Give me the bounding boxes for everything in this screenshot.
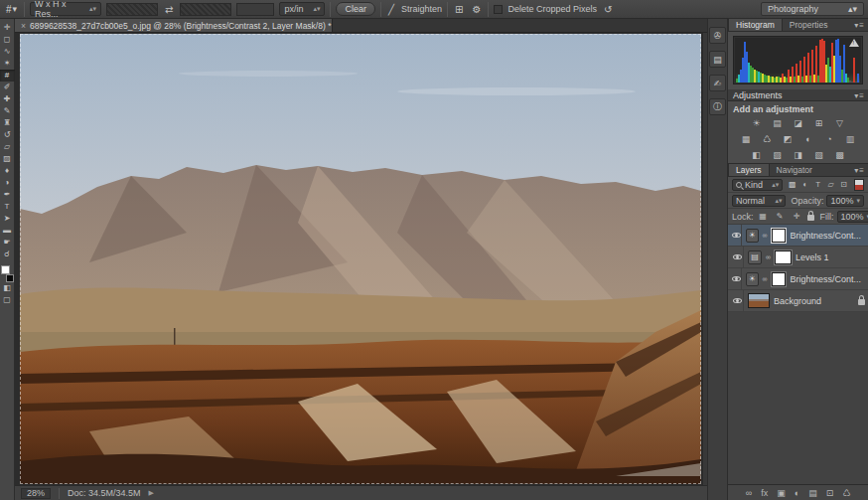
- lock-pixels-icon[interactable]: ✎: [774, 211, 787, 223]
- background-color-swatch[interactable]: [6, 274, 14, 282]
- layer-row[interactable]: Background: [728, 290, 868, 312]
- crop-tool[interactable]: #: [0, 70, 15, 82]
- hand-tool[interactable]: ☛: [0, 237, 15, 249]
- layer-visibility-toggle[interactable]: [731, 247, 744, 267]
- crop-height-field[interactable]: [180, 3, 231, 16]
- adjustment-gradient-map-icon[interactable]: ▩: [832, 149, 847, 161]
- layer-visibility-toggle[interactable]: [731, 268, 742, 289]
- adjustment-channel-mixer-icon[interactable]: ◔: [822, 133, 837, 145]
- clear-button[interactable]: Clear: [336, 2, 375, 16]
- add-layer-mask-icon[interactable]: ▣: [777, 488, 786, 498]
- straighten-label[interactable]: Straighten: [401, 4, 442, 14]
- crop-options-gear-icon[interactable]: ⚙: [470, 4, 483, 15]
- layer-mask-thumbnail[interactable]: [775, 250, 792, 264]
- adjustment-hue-saturation-icon[interactable]: ▦: [739, 133, 754, 145]
- lasso-tool[interactable]: ∿: [0, 46, 15, 58]
- crop-resolution-field[interactable]: [236, 3, 274, 16]
- delete-layer-icon[interactable]: ♺: [842, 488, 850, 498]
- adjustment-threshold-icon[interactable]: ◨: [791, 149, 805, 161]
- pen-tool[interactable]: ✒: [0, 189, 15, 201]
- history-panel-button[interactable]: ▤: [709, 51, 726, 68]
- history-brush-tool[interactable]: ↺: [0, 129, 15, 141]
- new-adjustment-layer-icon[interactable]: ◐: [795, 488, 799, 498]
- panel-menu-icon[interactable]: ▾≡: [854, 21, 865, 30]
- link-layers-icon[interactable]: ∞: [746, 488, 752, 498]
- zoom-level-field[interactable]: 28%: [21, 488, 51, 499]
- filter-shape-layers-icon[interactable]: ▱: [824, 179, 837, 191]
- fill-dropdown[interactable]: 100% ▾: [837, 211, 868, 223]
- reset-icon[interactable]: ↺: [602, 4, 614, 15]
- adjustment-black-white-icon[interactable]: ◩: [781, 133, 796, 145]
- status-options-arrow-icon[interactable]: ▶: [149, 489, 154, 497]
- lock-position-icon[interactable]: ✛: [791, 211, 803, 223]
- tab-histogram[interactable]: Histogram: [728, 18, 783, 31]
- filter-adjustment-layers-icon[interactable]: ◐: [798, 179, 811, 191]
- adjustment-brightness-contrast-icon[interactable]: ☀: [749, 117, 764, 129]
- swap-dimensions-icon[interactable]: ⇄: [163, 4, 175, 15]
- filter-kind-dropdown[interactable]: Kind ▴▾: [732, 179, 783, 191]
- adjustment-selective-color-icon[interactable]: ▧: [811, 149, 826, 161]
- adjustment-levels-icon[interactable]: ▤: [770, 117, 785, 129]
- mini-bridge-panel-button[interactable]: ✇: [709, 27, 726, 44]
- zoom-tool[interactable]: ☌: [0, 249, 15, 260]
- layer-row[interactable]: ☀∞Brightness/Cont...: [728, 268, 868, 290]
- adjustment-vibrance-icon[interactable]: ▽: [832, 117, 847, 129]
- tab-layers[interactable]: Layers: [728, 163, 770, 176]
- layer-style-icon[interactable]: fx: [761, 488, 768, 498]
- eraser-tool[interactable]: ▱: [0, 141, 15, 153]
- foreground-color-swatch[interactable]: [1, 265, 10, 274]
- panel-menu-icon[interactable]: ▾≡: [854, 91, 865, 100]
- new-group-icon[interactable]: ▤: [808, 488, 817, 498]
- crop-width-field[interactable]: [106, 3, 158, 16]
- info-panel-button[interactable]: ⓘ: [709, 98, 726, 115]
- actions-panel-button[interactable]: ✍: [709, 75, 726, 91]
- marquee-tool[interactable]: ◻: [0, 34, 15, 46]
- layer-row[interactable]: ☀∞Brightness/Cont...: [728, 225, 868, 247]
- adjustment-exposure-icon[interactable]: ⊞: [811, 117, 826, 129]
- eyedropper-tool[interactable]: ✐: [0, 82, 15, 93]
- dodge-tool[interactable]: ◑: [0, 177, 15, 189]
- filter-type-layers-icon[interactable]: T: [811, 179, 824, 191]
- adjustment-curves-icon[interactable]: ◪: [791, 117, 805, 129]
- layer-mask-thumbnail[interactable]: [772, 229, 787, 243]
- straighten-icon[interactable]: ╱: [386, 4, 396, 15]
- filter-toggle-switch[interactable]: [854, 179, 864, 191]
- blend-mode-dropdown[interactable]: Normal ▴▾: [732, 195, 786, 207]
- quick-mask-button[interactable]: ◧: [0, 282, 15, 294]
- crop-ratio-preset-dropdown[interactable]: W x H x Res... ▴▾: [30, 2, 101, 16]
- screen-mode-button[interactable]: ▢: [0, 294, 15, 306]
- shape-tool[interactable]: ▬: [0, 225, 15, 237]
- layer-thumbnail[interactable]: [748, 293, 770, 308]
- gradient-tool[interactable]: ▨: [0, 153, 15, 165]
- adjustment-invert-icon[interactable]: ◧: [749, 149, 764, 161]
- layer-visibility-toggle[interactable]: [731, 225, 742, 246]
- blur-tool[interactable]: ♦: [0, 165, 15, 177]
- move-tool[interactable]: ✛: [0, 22, 15, 34]
- layer-row[interactable]: ▤∞Levels 1: [728, 247, 868, 268]
- adjustment-photo-filter-icon[interactable]: ◐: [801, 133, 816, 145]
- panel-menu-icon[interactable]: ▾≡: [854, 166, 865, 175]
- histogram-refresh-warning-icon[interactable]: [849, 39, 859, 47]
- adjustment-color-lookup-icon[interactable]: ▥: [843, 133, 858, 145]
- opacity-dropdown[interactable]: 100% ▾: [826, 195, 864, 207]
- path-selection-tool[interactable]: ➤: [0, 213, 15, 225]
- delete-cropped-pixels-checkbox[interactable]: [494, 5, 503, 14]
- workspace-dropdown[interactable]: Photography ▴▾: [761, 2, 864, 16]
- filter-smart-objects-icon[interactable]: ⊡: [837, 179, 850, 191]
- canvas-image[interactable]: [20, 34, 701, 484]
- quick-selection-tool[interactable]: ✶: [0, 58, 15, 70]
- tab-navigator[interactable]: Navigator: [770, 164, 819, 176]
- crop-overlay-options-icon[interactable]: ⊞: [453, 4, 465, 15]
- adjustment-color-balance-icon[interactable]: ♺: [760, 133, 775, 145]
- lock-all-icon[interactable]: [807, 215, 814, 221]
- adjustment-layer-icon[interactable]: ▤: [748, 250, 762, 264]
- brush-tool[interactable]: ✎: [0, 105, 15, 117]
- type-tool[interactable]: T: [0, 201, 15, 213]
- clone-stamp-tool[interactable]: ♜: [0, 117, 15, 129]
- layer-visibility-toggle[interactable]: [731, 290, 744, 311]
- new-layer-icon[interactable]: ⊡: [826, 488, 834, 498]
- adjustment-posterize-icon[interactable]: ▨: [770, 149, 785, 161]
- healing-brush-tool[interactable]: ✚: [0, 93, 15, 105]
- close-icon[interactable]: ×: [21, 21, 26, 31]
- vertical-scrollbar[interactable]: [702, 33, 707, 485]
